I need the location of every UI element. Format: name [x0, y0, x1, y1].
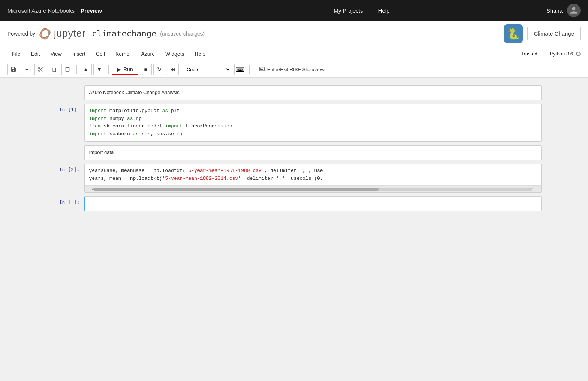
menu-view[interactable]: View: [46, 49, 66, 58]
run-all-button[interactable]: ⏭: [167, 64, 179, 75]
scroll-track[interactable]: [93, 188, 532, 191]
cell-3-code: yearsBase, meanBase = np.loadtxt('5-year…: [85, 164, 541, 186]
top-navbar: Microsoft Azure Notebooks Preview My Pro…: [0, 0, 588, 21]
cell-3-content[interactable]: yearsBase, meanBase = np.loadtxt('5-year…: [84, 164, 542, 193]
unsaved-indicator: (unsaved changes): [160, 31, 205, 37]
cell-4-label: In [ ]:: [47, 196, 84, 205]
toolbar: + ▲ ▼ ▶ Run ■ ↻ ⏭ Code Markdown Raw NBCo…: [0, 61, 588, 78]
menu-widgets[interactable]: Widgets: [161, 49, 189, 58]
cell-1: In [1]: import matplotlib.pyplot as plt …: [47, 104, 542, 142]
nav-my-projects[interactable]: My Projects: [334, 7, 363, 14]
keyboard-button[interactable]: ⌨: [234, 64, 246, 75]
powered-by-label: Powered by: [7, 31, 35, 37]
cell-2-content[interactable]: Import data: [84, 145, 542, 160]
rise-button[interactable]: Enter/Exit RISE Slideshow: [254, 64, 329, 75]
brand-name: Microsoft Azure Notebooks: [7, 7, 75, 14]
toolbar-sep-2: [108, 65, 109, 74]
username: Shana: [546, 7, 563, 14]
menu-bar: File Edit View Insert Cell Kernel Azure …: [0, 46, 588, 61]
move-up-button[interactable]: ▲: [80, 64, 92, 75]
scroll-thumb: [93, 188, 379, 191]
cut-button[interactable]: [34, 64, 46, 75]
save-button[interactable]: [7, 64, 19, 75]
project-button[interactable]: Climate Change: [527, 27, 581, 40]
cell-0: Azure Notebook Climate Change Analysis: [47, 85, 542, 100]
user-avatar[interactable]: [567, 4, 581, 17]
cell-3-label: In [2]:: [47, 164, 84, 172]
cell-1-code: import matplotlib.pyplot as plt import n…: [85, 104, 541, 141]
menu-help[interactable]: Help: [190, 49, 210, 58]
kernel-name: Python 3.6: [550, 51, 573, 57]
cell-4: In [ ]:: [47, 196, 542, 211]
menu-cell[interactable]: Cell: [91, 49, 109, 58]
kernel-info: Python 3.6: [550, 51, 581, 57]
cell-4-content[interactable]: [84, 196, 542, 211]
restart-button[interactable]: ↻: [153, 64, 165, 75]
notebook-title[interactable]: climatechange: [92, 29, 156, 38]
cell-1-content[interactable]: import matplotlib.pyplot as plt import n…: [84, 104, 542, 142]
kernel-status-indicator: [576, 52, 581, 56]
add-cell-button[interactable]: +: [21, 64, 33, 75]
menu-edit[interactable]: Edit: [27, 49, 45, 58]
rise-label: Enter/Exit RISE Slideshow: [267, 67, 325, 72]
run-button[interactable]: ▶ Run: [112, 64, 138, 75]
jupyter-logo-icon: [38, 27, 52, 40]
svg-text:🐍: 🐍: [507, 28, 520, 40]
preview-label: Preview: [81, 7, 102, 14]
cell-3: In [2]: yearsBase, meanBase = np.loadtxt…: [47, 164, 542, 193]
menu-kernel[interactable]: Kernel: [111, 49, 135, 58]
python-icon: 🐍: [504, 24, 523, 43]
cell-2-text: Import data: [85, 146, 541, 160]
cell-type-select[interactable]: Code Markdown Raw NBConvert Heading: [182, 64, 231, 75]
cell-3-scrollbar[interactable]: ‹ ›: [85, 185, 541, 192]
menu-items: File Edit View Insert Cell Kernel Azure …: [7, 49, 516, 58]
cell-4-code: [85, 197, 541, 211]
copy-button[interactable]: [48, 64, 60, 75]
nav-help[interactable]: Help: [378, 7, 390, 14]
jupyter-header: Powered by jupyter climatechange (unsave…: [0, 21, 588, 46]
cell-0-label: [47, 85, 84, 88]
cell-0-text: Azure Notebook Climate Change Analysis: [85, 86, 541, 100]
notebook-main: Azure Notebook Climate Change Analysis I…: [0, 78, 588, 378]
menu-file[interactable]: File: [7, 49, 25, 58]
svg-point-2: [44, 28, 46, 30]
cell-1-label: In [1]:: [47, 104, 84, 112]
nav-links: My Projects Help: [334, 7, 389, 14]
paste-button[interactable]: [61, 64, 73, 75]
toolbar-sep-1: [76, 65, 77, 74]
run-icon: ▶: [117, 66, 121, 72]
cell-2-label: [47, 145, 84, 148]
user-area: Shana: [546, 4, 581, 17]
trusted-button[interactable]: Trusted: [516, 49, 542, 58]
jupyter-logo-text: jupyter: [54, 28, 86, 39]
notebook-container: Azure Notebook Climate Change Analysis I…: [32, 85, 557, 211]
menu-insert[interactable]: Insert: [68, 49, 90, 58]
cell-0-content[interactable]: Azure Notebook Climate Change Analysis: [84, 85, 542, 100]
run-label: Run: [123, 66, 133, 72]
move-down-button[interactable]: ▼: [93, 64, 105, 75]
jupyter-logo: jupyter: [38, 27, 86, 40]
menu-azure[interactable]: Azure: [136, 49, 159, 58]
cell-2: Import data: [47, 145, 542, 160]
scroll-right-arrow[interactable]: ›: [532, 187, 534, 191]
stop-button[interactable]: ■: [140, 64, 152, 75]
toolbar-sep-3: [249, 65, 250, 74]
